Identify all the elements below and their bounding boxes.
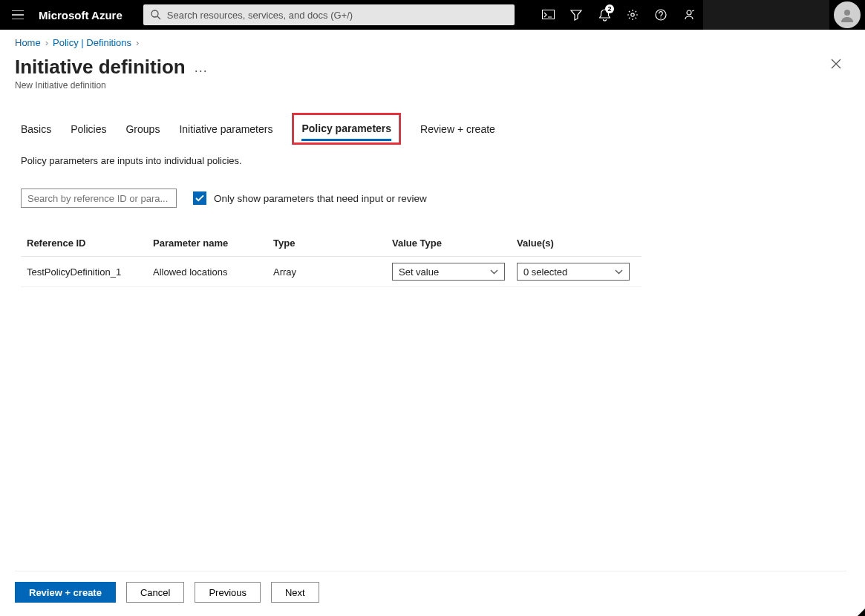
svg-point-0 (151, 10, 158, 17)
value-type-dropdown[interactable]: Set value (392, 263, 505, 281)
only-need-input-label: Only show parameters that need input or … (214, 193, 427, 204)
notifications-icon[interactable]: 2 (590, 0, 618, 30)
previous-button[interactable]: Previous (195, 582, 261, 603)
breadcrumb-home[interactable]: Home (15, 37, 41, 48)
brand-label[interactable]: Microsoft Azure (36, 9, 128, 22)
values-selected: 0 selected (523, 266, 567, 278)
col-values: Value(s) (517, 237, 643, 249)
chevron-right-icon: › (45, 37, 48, 48)
settings-icon[interactable] (618, 0, 647, 30)
search-placeholder: Search resources, services, and docs (G+… (167, 10, 353, 21)
cloud-shell-icon[interactable] (534, 0, 562, 30)
more-actions-icon[interactable]: ··· (195, 63, 208, 79)
svg-line-1 (157, 16, 160, 19)
breadcrumb: Home › Policy | Definitions › (0, 30, 865, 51)
parameter-search-input[interactable] (21, 189, 177, 208)
chevron-down-icon (490, 269, 498, 275)
cancel-button[interactable]: Cancel (126, 582, 184, 603)
breadcrumb-policy-definitions[interactable]: Policy | Definitions (53, 37, 131, 48)
col-value-type: Value Type (392, 237, 517, 249)
tab-policy-parameters[interactable]: Policy parameters (301, 118, 391, 141)
hamburger-menu-icon[interactable] (0, 0, 36, 30)
svg-point-6 (844, 10, 850, 16)
only-need-input-checkbox-wrap: Only show parameters that need input or … (193, 191, 427, 205)
user-avatar[interactable] (834, 1, 861, 28)
tab-policy-parameters-highlight: Policy parameters (292, 113, 401, 145)
account-region[interactable] (703, 0, 829, 30)
svg-rect-2 (542, 10, 554, 19)
table-row: TestPolicyDefinition_1 Allowed locations… (21, 257, 642, 287)
feedback-icon[interactable] (675, 0, 703, 30)
search-icon (151, 10, 161, 20)
next-button[interactable]: Next (271, 582, 319, 603)
page-title: Initiative definition (15, 56, 186, 79)
page-subtitle: New Initiative definition (0, 79, 865, 91)
tab-policies[interactable]: Policies (71, 119, 106, 140)
chevron-down-icon (615, 269, 623, 275)
global-search-input[interactable]: Search resources, services, and docs (G+… (143, 4, 515, 25)
parameters-table: Reference ID Parameter name Type Value T… (21, 230, 642, 287)
page-header: Initiative definition ··· (0, 51, 865, 79)
cell-reference-id: TestPolicyDefinition_1 (27, 266, 153, 278)
cell-type: Array (273, 266, 392, 278)
filter-row: Only show parameters that need input or … (21, 189, 850, 208)
col-type: Type (273, 237, 392, 249)
col-parameter-name: Parameter name (153, 237, 273, 249)
only-need-input-checkbox[interactable] (193, 191, 206, 205)
chevron-right-icon: › (136, 37, 139, 48)
top-nav-bar: Microsoft Azure Search resources, servic… (0, 0, 865, 30)
review-create-button[interactable]: Review + create (15, 582, 116, 603)
help-icon[interactable] (647, 0, 675, 30)
svg-point-5 (687, 10, 691, 15)
svg-point-3 (631, 13, 634, 16)
tab-groups[interactable]: Groups (125, 119, 160, 140)
tab-basics[interactable]: Basics (21, 119, 51, 140)
table-header-row: Reference ID Parameter name Type Value T… (21, 230, 642, 257)
tab-bar: Basics Policies Groups Initiative parame… (21, 113, 850, 145)
values-dropdown[interactable]: 0 selected (517, 263, 630, 281)
value-type-selected: Set value (399, 266, 439, 278)
tab-review-create[interactable]: Review + create (420, 119, 495, 140)
top-icon-bar: 2 (534, 0, 865, 30)
footer-bar: Review + create Cancel Previous Next (15, 571, 846, 603)
resize-corner-icon[interactable] (858, 609, 865, 616)
col-reference-id: Reference ID (27, 237, 153, 249)
filter-icon[interactable] (562, 0, 590, 30)
cell-parameter-name: Allowed locations (153, 266, 273, 278)
close-icon[interactable] (828, 56, 844, 75)
tab-initiative-parameters[interactable]: Initiative parameters (179, 119, 272, 140)
notification-badge: 2 (605, 4, 614, 13)
check-icon (195, 194, 204, 202)
tab-description: Policy parameters are inputs into indivi… (21, 155, 850, 166)
